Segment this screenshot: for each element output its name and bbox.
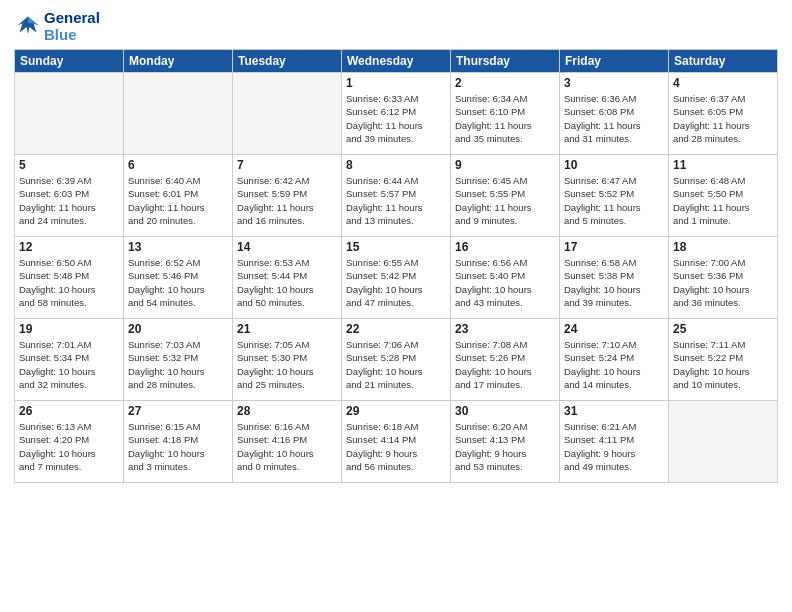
day-number: 8 — [346, 158, 446, 172]
calendar-cell — [124, 73, 233, 155]
calendar-cell: 26Sunrise: 6:13 AMSunset: 4:20 PMDayligh… — [15, 401, 124, 483]
calendar: SundayMondayTuesdayWednesdayThursdayFrid… — [14, 49, 778, 483]
calendar-cell: 14Sunrise: 6:53 AMSunset: 5:44 PMDayligh… — [233, 237, 342, 319]
calendar-cell — [15, 73, 124, 155]
day-number: 15 — [346, 240, 446, 254]
day-number: 17 — [564, 240, 664, 254]
calendar-cell: 30Sunrise: 6:20 AMSunset: 4:13 PMDayligh… — [451, 401, 560, 483]
calendar-cell: 12Sunrise: 6:50 AMSunset: 5:48 PMDayligh… — [15, 237, 124, 319]
day-info: Sunrise: 6:39 AMSunset: 6:03 PMDaylight:… — [19, 174, 119, 227]
day-info: Sunrise: 6:56 AMSunset: 5:40 PMDaylight:… — [455, 256, 555, 309]
calendar-cell — [669, 401, 778, 483]
day-number: 29 — [346, 404, 446, 418]
day-number: 18 — [673, 240, 773, 254]
weekday-header-monday: Monday — [124, 50, 233, 73]
page: General Blue SundayMondayTuesdayWednesda… — [0, 0, 792, 493]
calendar-cell: 19Sunrise: 7:01 AMSunset: 5:34 PMDayligh… — [15, 319, 124, 401]
calendar-cell: 21Sunrise: 7:05 AMSunset: 5:30 PMDayligh… — [233, 319, 342, 401]
calendar-cell: 27Sunrise: 6:15 AMSunset: 4:18 PMDayligh… — [124, 401, 233, 483]
day-number: 22 — [346, 322, 446, 336]
day-info: Sunrise: 6:20 AMSunset: 4:13 PMDaylight:… — [455, 420, 555, 473]
day-info: Sunrise: 6:48 AMSunset: 5:50 PMDaylight:… — [673, 174, 773, 227]
day-info: Sunrise: 7:05 AMSunset: 5:30 PMDaylight:… — [237, 338, 337, 391]
day-info: Sunrise: 6:13 AMSunset: 4:20 PMDaylight:… — [19, 420, 119, 473]
day-number: 6 — [128, 158, 228, 172]
day-info: Sunrise: 6:47 AMSunset: 5:52 PMDaylight:… — [564, 174, 664, 227]
week-row-0: 1Sunrise: 6:33 AMSunset: 6:12 PMDaylight… — [15, 73, 778, 155]
day-number: 2 — [455, 76, 555, 90]
calendar-cell: 24Sunrise: 7:10 AMSunset: 5:24 PMDayligh… — [560, 319, 669, 401]
weekday-header-wednesday: Wednesday — [342, 50, 451, 73]
logo-icon — [14, 13, 42, 41]
day-number: 21 — [237, 322, 337, 336]
calendar-cell: 31Sunrise: 6:21 AMSunset: 4:11 PMDayligh… — [560, 401, 669, 483]
calendar-cell: 1Sunrise: 6:33 AMSunset: 6:12 PMDaylight… — [342, 73, 451, 155]
calendar-cell: 6Sunrise: 6:40 AMSunset: 6:01 PMDaylight… — [124, 155, 233, 237]
day-info: Sunrise: 6:45 AMSunset: 5:55 PMDaylight:… — [455, 174, 555, 227]
day-info: Sunrise: 6:55 AMSunset: 5:42 PMDaylight:… — [346, 256, 446, 309]
weekday-header-thursday: Thursday — [451, 50, 560, 73]
day-number: 13 — [128, 240, 228, 254]
calendar-cell: 23Sunrise: 7:08 AMSunset: 5:26 PMDayligh… — [451, 319, 560, 401]
calendar-cell: 5Sunrise: 6:39 AMSunset: 6:03 PMDaylight… — [15, 155, 124, 237]
weekday-header-saturday: Saturday — [669, 50, 778, 73]
calendar-header-row: SundayMondayTuesdayWednesdayThursdayFrid… — [15, 50, 778, 73]
header: General Blue — [14, 10, 778, 43]
weekday-header-tuesday: Tuesday — [233, 50, 342, 73]
week-row-4: 26Sunrise: 6:13 AMSunset: 4:20 PMDayligh… — [15, 401, 778, 483]
day-number: 28 — [237, 404, 337, 418]
day-info: Sunrise: 6:40 AMSunset: 6:01 PMDaylight:… — [128, 174, 228, 227]
day-number: 23 — [455, 322, 555, 336]
day-info: Sunrise: 7:06 AMSunset: 5:28 PMDaylight:… — [346, 338, 446, 391]
week-row-2: 12Sunrise: 6:50 AMSunset: 5:48 PMDayligh… — [15, 237, 778, 319]
day-number: 11 — [673, 158, 773, 172]
day-number: 30 — [455, 404, 555, 418]
calendar-cell: 11Sunrise: 6:48 AMSunset: 5:50 PMDayligh… — [669, 155, 778, 237]
logo: General Blue — [14, 10, 100, 43]
day-number: 14 — [237, 240, 337, 254]
logo-text: General Blue — [44, 10, 100, 43]
weekday-header-sunday: Sunday — [15, 50, 124, 73]
week-row-3: 19Sunrise: 7:01 AMSunset: 5:34 PMDayligh… — [15, 319, 778, 401]
day-number: 7 — [237, 158, 337, 172]
calendar-cell: 7Sunrise: 6:42 AMSunset: 5:59 PMDaylight… — [233, 155, 342, 237]
day-number: 9 — [455, 158, 555, 172]
calendar-cell: 2Sunrise: 6:34 AMSunset: 6:10 PMDaylight… — [451, 73, 560, 155]
day-info: Sunrise: 6:21 AMSunset: 4:11 PMDaylight:… — [564, 420, 664, 473]
day-info: Sunrise: 6:58 AMSunset: 5:38 PMDaylight:… — [564, 256, 664, 309]
day-number: 19 — [19, 322, 119, 336]
calendar-cell: 25Sunrise: 7:11 AMSunset: 5:22 PMDayligh… — [669, 319, 778, 401]
day-number: 4 — [673, 76, 773, 90]
day-info: Sunrise: 6:37 AMSunset: 6:05 PMDaylight:… — [673, 92, 773, 145]
calendar-cell: 18Sunrise: 7:00 AMSunset: 5:36 PMDayligh… — [669, 237, 778, 319]
day-number: 1 — [346, 76, 446, 90]
calendar-cell: 29Sunrise: 6:18 AMSunset: 4:14 PMDayligh… — [342, 401, 451, 483]
day-info: Sunrise: 6:15 AMSunset: 4:18 PMDaylight:… — [128, 420, 228, 473]
day-number: 16 — [455, 240, 555, 254]
day-info: Sunrise: 6:34 AMSunset: 6:10 PMDaylight:… — [455, 92, 555, 145]
day-info: Sunrise: 6:16 AMSunset: 4:16 PMDaylight:… — [237, 420, 337, 473]
day-number: 3 — [564, 76, 664, 90]
weekday-header-friday: Friday — [560, 50, 669, 73]
day-info: Sunrise: 6:52 AMSunset: 5:46 PMDaylight:… — [128, 256, 228, 309]
day-number: 25 — [673, 322, 773, 336]
day-number: 31 — [564, 404, 664, 418]
calendar-cell: 13Sunrise: 6:52 AMSunset: 5:46 PMDayligh… — [124, 237, 233, 319]
day-info: Sunrise: 7:11 AMSunset: 5:22 PMDaylight:… — [673, 338, 773, 391]
day-number: 5 — [19, 158, 119, 172]
day-info: Sunrise: 6:42 AMSunset: 5:59 PMDaylight:… — [237, 174, 337, 227]
day-info: Sunrise: 7:10 AMSunset: 5:24 PMDaylight:… — [564, 338, 664, 391]
day-number: 27 — [128, 404, 228, 418]
day-number: 10 — [564, 158, 664, 172]
calendar-cell: 20Sunrise: 7:03 AMSunset: 5:32 PMDayligh… — [124, 319, 233, 401]
day-number: 26 — [19, 404, 119, 418]
day-info: Sunrise: 6:53 AMSunset: 5:44 PMDaylight:… — [237, 256, 337, 309]
calendar-cell: 4Sunrise: 6:37 AMSunset: 6:05 PMDaylight… — [669, 73, 778, 155]
calendar-cell: 9Sunrise: 6:45 AMSunset: 5:55 PMDaylight… — [451, 155, 560, 237]
day-info: Sunrise: 7:01 AMSunset: 5:34 PMDaylight:… — [19, 338, 119, 391]
week-row-1: 5Sunrise: 6:39 AMSunset: 6:03 PMDaylight… — [15, 155, 778, 237]
day-info: Sunrise: 7:03 AMSunset: 5:32 PMDaylight:… — [128, 338, 228, 391]
day-info: Sunrise: 7:08 AMSunset: 5:26 PMDaylight:… — [455, 338, 555, 391]
day-info: Sunrise: 7:00 AMSunset: 5:36 PMDaylight:… — [673, 256, 773, 309]
calendar-cell: 16Sunrise: 6:56 AMSunset: 5:40 PMDayligh… — [451, 237, 560, 319]
